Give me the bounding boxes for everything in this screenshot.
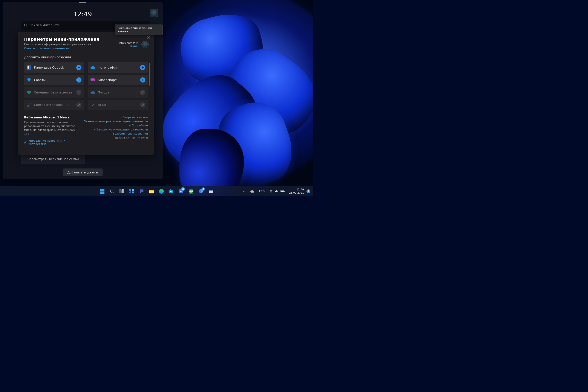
start-button[interactable] [98, 187, 106, 196]
store-button[interactable] [167, 187, 176, 196]
terms-link[interactable]: Условия использования [113, 132, 148, 135]
feedback-link[interactable]: Отправить отзыв [122, 116, 148, 119]
svg-rect-34 [170, 191, 171, 192]
svg-rect-19 [100, 189, 102, 191]
widget-card-label: Семейная безопасность [34, 91, 74, 94]
widget-card-onedrive[interactable]: Фотографии [88, 62, 148, 73]
account-email: info@comss.ru [119, 41, 139, 44]
taskbar: 10 2 ENG 12:49 23.09.2021 [0, 186, 313, 196]
language-indicator[interactable]: ENG [257, 187, 266, 196]
xbox-button[interactable] [187, 187, 195, 196]
svg-rect-44 [281, 191, 284, 192]
quick-settings-button[interactable] [268, 187, 286, 196]
widgets-button[interactable] [128, 187, 136, 196]
manage-news-link[interactable]: Управление новостями и интересами [24, 139, 77, 146]
svg-rect-31 [149, 191, 154, 193]
widget-added-indicator [140, 90, 145, 95]
svg-rect-43 [284, 191, 285, 192]
svg-rect-40 [209, 190, 213, 191]
system-tray: ENG 12:49 23.09.2021 1 [241, 187, 312, 196]
file-explorer-button[interactable] [147, 187, 156, 196]
folder-icon [149, 189, 154, 194]
search-icon [110, 189, 114, 194]
chat-icon [139, 189, 144, 194]
svg-rect-26 [122, 189, 124, 193]
svg-rect-18 [30, 104, 30, 106]
chevron-up-icon [243, 190, 246, 192]
taskbar-clock[interactable]: 12:49 23.09.2021 [288, 188, 305, 194]
widget-added-indicator [76, 90, 82, 95]
close-icon [147, 36, 150, 39]
version-label: Версия 421.20019.195.0 [115, 136, 148, 140]
widget-card-family[interactable]: Семейная безопасность [24, 87, 84, 98]
security-button[interactable]: 2 [197, 187, 205, 196]
add-widget-button[interactable] [140, 77, 145, 82]
sign-out-link[interactable]: Выйти [119, 44, 139, 48]
svg-rect-16 [27, 106, 28, 106]
svg-point-0 [24, 24, 26, 26]
taskbar-date: 23.09.2021 [289, 191, 304, 194]
widget-card-esports[interactable]: Киберспорт [88, 75, 148, 85]
account-block: info@comss.ru Выйти [119, 41, 149, 48]
add-widget-button[interactable] [76, 65, 82, 70]
widget-card-todo[interactable]: To Do [88, 100, 148, 110]
scrollbar-thumb[interactable] [149, 63, 150, 86]
see-family-button[interactable]: Просмотреть всех членов семьи [21, 154, 85, 164]
add-widgets-button[interactable]: Добавить виджеты [62, 168, 102, 176]
widget-card-outlook[interactable]: OКалендарь Outlook [24, 62, 84, 73]
widget-card-label: Фотографии [98, 66, 138, 69]
svg-line-24 [113, 192, 114, 193]
news-feed-title: Веб-канал Microsoft News [24, 116, 77, 119]
account-avatar[interactable] [142, 41, 149, 48]
notification-center-button[interactable]: 1 [306, 189, 310, 193]
svg-rect-35 [172, 191, 172, 192]
svg-rect-17 [28, 105, 29, 106]
user-avatar-button[interactable] [150, 9, 158, 17]
windows-icon [100, 189, 104, 194]
settings-footer: Веб-канал Microsoft News Срочные новости… [24, 116, 148, 146]
widget-card-weather[interactable]: Погода [88, 87, 148, 98]
widget-card-label: To Do [98, 103, 138, 106]
widgets-icon [130, 189, 134, 194]
svg-point-41 [271, 192, 271, 192]
panel-grip-icon[interactable] [79, 2, 86, 3]
svg-rect-20 [102, 189, 104, 191]
onedrive-icon [90, 65, 95, 70]
svg-point-23 [110, 190, 113, 192]
chat-button[interactable] [137, 187, 146, 196]
widget-settings-popup: Параметры мини-приложения Следите за инф… [18, 32, 154, 155]
add-widget-button[interactable] [140, 65, 145, 70]
privacy-statement-link[interactable]: Заявление о конфиденциальности [94, 128, 148, 131]
svg-rect-11 [28, 82, 30, 82]
todo-badge: 10 [181, 188, 185, 191]
widget-card-stocks[interactable]: Список отслеживания [24, 100, 84, 110]
widget-card-label: Советы [34, 78, 74, 82]
family-icon [27, 90, 32, 95]
tips-icon [27, 78, 32, 82]
edge-button[interactable] [157, 187, 166, 196]
store-icon [169, 189, 174, 194]
app-button[interactable] [206, 187, 215, 196]
widget-card-tips[interactable]: Советы [24, 75, 84, 85]
taskbar-search-button[interactable] [108, 187, 116, 196]
add-widget-button[interactable] [76, 77, 82, 82]
task-view-button[interactable] [118, 187, 126, 196]
search-icon [24, 24, 27, 27]
outlook-icon: O [27, 65, 32, 70]
tray-overflow-button[interactable] [241, 187, 247, 196]
todo-button[interactable]: 10 [177, 187, 186, 196]
close-button[interactable] [146, 35, 151, 40]
svg-rect-28 [132, 189, 134, 191]
learn-more-link[interactable]: Подробнее [129, 124, 148, 127]
xbox-icon [189, 189, 194, 194]
svg-rect-29 [130, 192, 131, 194]
edge-icon [159, 189, 164, 194]
security-badge: 2 [202, 188, 205, 191]
privacy-dashboard-link[interactable]: Панель мониторинга конфиденциальности [84, 120, 148, 123]
onedrive-tray-button[interactable] [249, 187, 256, 196]
esports-icon [90, 78, 95, 82]
weather-icon [90, 90, 95, 95]
battery-icon [280, 190, 285, 192]
pencil-icon [24, 141, 27, 144]
generic-app-icon [208, 189, 213, 194]
